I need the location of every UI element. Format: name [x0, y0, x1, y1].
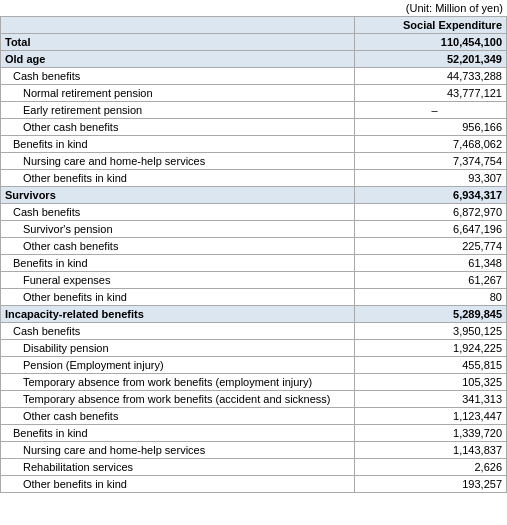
- row-value: 6,647,196: [355, 221, 507, 238]
- row-label: Incapacity-related benefits: [1, 306, 355, 323]
- row-value: 6,934,317: [355, 187, 507, 204]
- row-value: 341,313: [355, 391, 507, 408]
- unit-label: (Unit: Million of yen): [0, 0, 507, 16]
- row-label: Old age: [1, 51, 355, 68]
- table-row: Total110,454,100: [1, 34, 507, 51]
- row-label: Other benefits in kind: [1, 289, 355, 306]
- table-row: Benefits in kind61,348: [1, 255, 507, 272]
- row-label: Nursing care and home-help services: [1, 153, 355, 170]
- table-row: Other benefits in kind193,257: [1, 476, 507, 493]
- row-value: 956,166: [355, 119, 507, 136]
- row-value: 6,872,970: [355, 204, 507, 221]
- table-row: Nursing care and home-help services1,143…: [1, 442, 507, 459]
- row-value: 1,123,447: [355, 408, 507, 425]
- row-value: 7,468,062: [355, 136, 507, 153]
- row-label: Temporary absence from work benefits (em…: [1, 374, 355, 391]
- row-label: Disability pension: [1, 340, 355, 357]
- row-value: 2,626: [355, 459, 507, 476]
- row-label: Early retirement pension: [1, 102, 355, 119]
- row-value: 7,374,754: [355, 153, 507, 170]
- row-label: Survivors: [1, 187, 355, 204]
- table-row: Other benefits in kind80: [1, 289, 507, 306]
- table-row: Temporary absence from work benefits (ac…: [1, 391, 507, 408]
- row-label: Pension (Employment injury): [1, 357, 355, 374]
- table-row: Benefits in kind1,339,720: [1, 425, 507, 442]
- row-label: Other benefits in kind: [1, 170, 355, 187]
- table-row: Funeral expenses61,267: [1, 272, 507, 289]
- row-value: –: [355, 102, 507, 119]
- row-label: Other cash benefits: [1, 119, 355, 136]
- col-header-value: Social Expenditure: [355, 17, 507, 34]
- row-value: 93,307: [355, 170, 507, 187]
- row-label: Benefits in kind: [1, 136, 355, 153]
- row-label: Funeral expenses: [1, 272, 355, 289]
- row-value: 3,950,125: [355, 323, 507, 340]
- row-value: 61,267: [355, 272, 507, 289]
- table-row: Other cash benefits956,166: [1, 119, 507, 136]
- table-row: Old age52,201,349: [1, 51, 507, 68]
- row-value: 110,454,100: [355, 34, 507, 51]
- table-row: Benefits in kind7,468,062: [1, 136, 507, 153]
- row-value: 455,815: [355, 357, 507, 374]
- table-row: Cash benefits6,872,970: [1, 204, 507, 221]
- table-row: Incapacity-related benefits5,289,845: [1, 306, 507, 323]
- row-label: Rehabilitation services: [1, 459, 355, 476]
- row-label: Total: [1, 34, 355, 51]
- table-row: Disability pension1,924,225: [1, 340, 507, 357]
- table-row: Temporary absence from work benefits (em…: [1, 374, 507, 391]
- table-row: Early retirement pension–: [1, 102, 507, 119]
- table-row: Cash benefits44,733,288: [1, 68, 507, 85]
- row-value: 5,289,845: [355, 306, 507, 323]
- table-row: Rehabilitation services2,626: [1, 459, 507, 476]
- row-label: Normal retirement pension: [1, 85, 355, 102]
- row-value: 1,924,225: [355, 340, 507, 357]
- row-label: Cash benefits: [1, 204, 355, 221]
- row-label: Cash benefits: [1, 323, 355, 340]
- row-label: Benefits in kind: [1, 255, 355, 272]
- row-label: Other cash benefits: [1, 408, 355, 425]
- row-value: 225,774: [355, 238, 507, 255]
- table-row: Nursing care and home-help services7,374…: [1, 153, 507, 170]
- row-value: 61,348: [355, 255, 507, 272]
- table-row: Pension (Employment injury)455,815: [1, 357, 507, 374]
- row-value: 1,339,720: [355, 425, 507, 442]
- row-label: Cash benefits: [1, 68, 355, 85]
- main-table: Social Expenditure Total110,454,100Old a…: [0, 16, 507, 493]
- row-label: Other cash benefits: [1, 238, 355, 255]
- row-value: 52,201,349: [355, 51, 507, 68]
- table-row: Survivors6,934,317: [1, 187, 507, 204]
- row-label: Nursing care and home-help services: [1, 442, 355, 459]
- row-value: 80: [355, 289, 507, 306]
- row-label: Temporary absence from work benefits (ac…: [1, 391, 355, 408]
- table-row: Cash benefits3,950,125: [1, 323, 507, 340]
- row-value: 43,777,121: [355, 85, 507, 102]
- table-row: Other cash benefits225,774: [1, 238, 507, 255]
- row-label: Survivor's pension: [1, 221, 355, 238]
- row-value: 44,733,288: [355, 68, 507, 85]
- row-value: 1,143,837: [355, 442, 507, 459]
- table-row: Survivor's pension6,647,196: [1, 221, 507, 238]
- col-header-label: [1, 17, 355, 34]
- table-row: Other cash benefits1,123,447: [1, 408, 507, 425]
- table-row: Other benefits in kind93,307: [1, 170, 507, 187]
- row-label: Benefits in kind: [1, 425, 355, 442]
- table-row: Normal retirement pension43,777,121: [1, 85, 507, 102]
- row-value: 105,325: [355, 374, 507, 391]
- row-value: 193,257: [355, 476, 507, 493]
- row-label: Other benefits in kind: [1, 476, 355, 493]
